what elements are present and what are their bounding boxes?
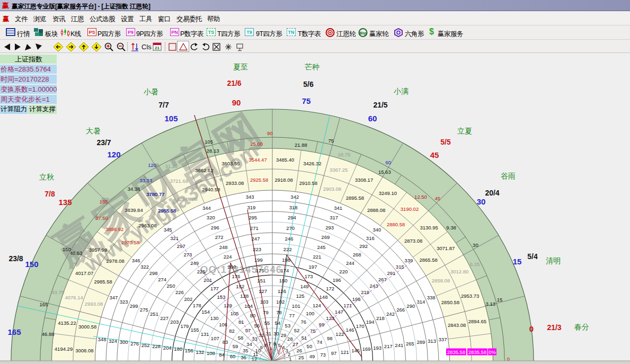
svg-text:20/4: 20/4 [485,189,499,197]
svg-text:2895.58: 2895.58 [346,195,364,201]
svg-text:29: 29 [281,332,287,338]
svg-text:9.38: 9.38 [446,225,456,230]
svg-text:291: 291 [387,270,395,276]
svg-text:5/4: 5/4 [527,252,538,261]
svg-text:203: 203 [170,319,179,325]
svg-text:34.38: 34.38 [128,186,140,192]
svg-text:348: 348 [98,336,107,342]
svg-text:99: 99 [319,322,325,327]
svg-text:90: 90 [267,130,273,136]
svg-text:31.25: 31.25 [165,163,178,169]
svg-text:300: 300 [120,339,128,345]
svg-text:156: 156 [185,348,193,353]
svg-text:3485.40: 3485.40 [276,157,294,163]
svg-text:3249.10: 3249.10 [379,190,397,196]
svg-text:135: 135 [100,199,108,205]
svg-text:266: 266 [396,307,405,313]
svg-text:21/6: 21/6 [227,79,241,87]
svg-text:202: 202 [184,296,192,302]
svg-text:21/3: 21/3 [547,323,561,332]
svg-text:293: 293 [325,225,334,230]
svg-text:76: 76 [300,319,306,325]
svg-text:28.13: 28.13 [207,148,219,154]
svg-text:200: 200 [228,264,236,270]
svg-text:172: 172 [326,286,334,291]
svg-text:105: 105 [205,139,213,145]
svg-text:2843.08: 2843.08 [448,322,466,328]
svg-text:5/5: 5/5 [440,138,451,146]
svg-text:147: 147 [335,309,343,315]
svg-text:58: 58 [238,335,244,341]
svg-text:193: 193 [373,345,381,351]
svg-text:295: 295 [249,215,257,220]
svg-text:53: 53 [285,323,291,329]
svg-text:223: 223 [253,246,261,252]
svg-text:337: 337 [439,336,447,342]
svg-text:7/7: 7/7 [158,101,169,109]
svg-text:177: 177 [210,286,219,291]
svg-text:谷雨: 谷雨 [501,172,516,180]
svg-text:15: 15 [513,257,522,266]
svg-text:49: 49 [309,353,315,359]
svg-text:149: 149 [300,283,309,289]
svg-text:148: 148 [320,294,328,300]
svg-text:275: 275 [140,307,148,313]
svg-text:341: 341 [334,205,342,211]
svg-text:155: 155 [191,327,199,333]
svg-text:4135.22: 4135.22 [58,320,76,326]
svg-text:269: 269 [321,234,330,240]
svg-text:21.88: 21.88 [295,142,307,148]
svg-text:179: 179 [180,323,189,329]
svg-text:23/8: 23/8 [8,254,23,263]
svg-text:344: 344 [202,205,211,211]
svg-text:30: 30 [273,331,279,336]
svg-text:3008.08: 3008.08 [75,348,93,353]
svg-text:3780.77: 3780.77 [146,191,164,197]
svg-text:297: 297 [177,243,185,249]
svg-text:226: 226 [175,289,184,295]
svg-text:56: 56 [254,323,260,329]
svg-text:171: 171 [343,303,352,308]
svg-text:23/7: 23/7 [96,138,111,147]
svg-text:248: 248 [219,244,228,250]
svg-text:242: 242 [386,311,395,317]
svg-text:102: 102 [276,299,285,305]
svg-text:314: 314 [416,299,425,305]
svg-text:6: 6 [273,341,276,347]
svg-text:33: 33 [252,336,258,342]
svg-text:197: 197 [309,264,317,270]
svg-text:322: 322 [140,264,149,270]
svg-text:273: 273 [183,252,192,258]
svg-text:218: 218 [376,315,385,321]
svg-text:252: 252 [141,342,150,348]
svg-text:130: 130 [210,315,219,321]
svg-text:219: 219 [361,289,369,295]
svg-text:299: 299 [130,303,138,309]
svg-text:37.50: 37.50 [95,215,108,221]
svg-text:243: 243 [370,283,378,289]
svg-text:2858.08: 2858.08 [432,278,450,283]
svg-text:338: 338 [427,295,436,300]
svg-text:6.25: 6.25 [470,261,480,267]
svg-text:175: 175 [256,268,264,273]
svg-text:320: 320 [207,215,215,220]
svg-text:150: 150 [279,278,288,283]
svg-text:244: 244 [346,260,354,266]
svg-text:4194.29: 4194.29 [55,346,73,352]
svg-text:Big: Big [360,31,367,35]
svg-text:128: 128 [240,293,249,299]
svg-text:26: 26 [296,348,302,353]
svg-text:246: 246 [285,236,294,242]
svg-text:立夏: 立夏 [457,127,472,135]
svg-text:169: 169 [362,346,371,352]
svg-text:265: 265 [406,341,414,347]
svg-text:294: 294 [288,215,296,220]
svg-text:290: 290 [406,303,415,309]
svg-text:清明: 清明 [546,256,561,265]
svg-text:340: 340 [372,227,381,233]
svg-text:小暑: 小暑 [144,87,158,96]
svg-text:81: 81 [238,319,244,325]
svg-text:323: 323 [120,299,128,305]
svg-text:2993.08: 2993.08 [85,301,103,307]
svg-text:3012.80: 3012.80 [450,269,468,274]
